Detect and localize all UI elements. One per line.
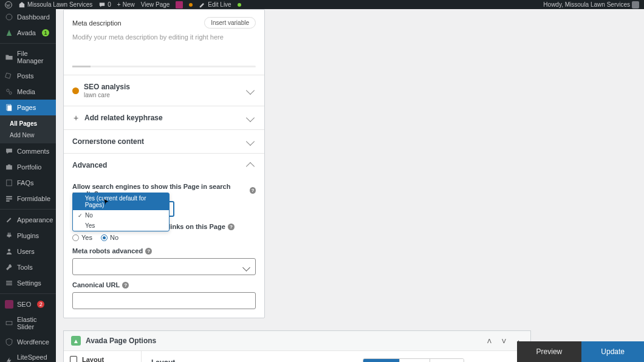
menu-file-manager[interactable]: File Manager — [0, 46, 56, 68]
howdy-link[interactable]: Howdy, Missoula Lawn Services — [543, 1, 639, 9]
menu-label: LiteSpeed Cache — [17, 353, 51, 362]
select-dropdown: Yes (current default for Pages) ✓No Yes — [72, 193, 170, 231]
menu-settings[interactable]: Settings — [0, 275, 56, 291]
radio-label: No — [110, 234, 118, 241]
option-label: Yes — [85, 222, 95, 229]
avada-nav: Layout Header Sliders Page Title Bar — [64, 351, 142, 362]
view-page-link[interactable]: View Page — [141, 1, 170, 8]
preview-button[interactable]: Preview — [517, 341, 582, 362]
site-name-link[interactable]: Missoula Lawn Services — [18, 1, 92, 9]
status-dot-green[interactable] — [238, 3, 241, 7]
svg-rect-1 — [176, 1, 183, 9]
avada-nav-layout[interactable]: Layout — [64, 351, 141, 362]
help-icon[interactable]: ? — [250, 187, 256, 194]
advanced-accordion[interactable]: Advanced — [64, 154, 264, 177]
layout-icon — [70, 356, 77, 362]
advanced-label: Advanced — [72, 161, 107, 169]
meta-description-progress — [72, 66, 256, 67]
seo-analysis-title: SEO analysis — [84, 83, 130, 91]
menu-posts[interactable]: Posts — [0, 68, 56, 84]
menu-label: SEO — [17, 301, 31, 308]
edit-live-link[interactable]: Edit Live — [199, 1, 231, 9]
help-icon[interactable]: ? — [145, 248, 152, 254]
radio-no[interactable]: No — [101, 234, 118, 241]
main-content: Meta description Insert variable SEO ana… — [56, 9, 644, 362]
avada-badge: 1 — [42, 29, 49, 36]
menu-litespeed[interactable]: LiteSpeed Cache — [0, 350, 56, 362]
menu-plugins[interactable]: Plugins — [0, 228, 56, 244]
comment-count: 0 — [108, 1, 111, 8]
submenu-add-new[interactable]: Add New — [0, 129, 56, 141]
menu-appearance[interactable]: Appearance — [0, 212, 56, 228]
chevron-down-icon — [246, 114, 255, 122]
nav-label: Layout — [82, 356, 104, 362]
svg-rect-11 — [6, 198, 12, 199]
svg-rect-14 — [6, 281, 12, 282]
svg-rect-9 — [7, 180, 12, 186]
meta-robots-select[interactable] — [72, 258, 256, 275]
menu-label: Users — [17, 248, 35, 255]
menu-label: Media — [17, 88, 35, 95]
wp-logo[interactable] — [5, 1, 12, 9]
menu-avada[interactable]: Avada1 — [0, 25, 56, 41]
svg-rect-18 — [6, 321, 12, 325]
cornerstone-accordion[interactable]: Cornerstone content — [64, 130, 264, 153]
menu-users[interactable]: Users — [0, 244, 56, 259]
advanced-body: Allow search engines to show this Page i… — [64, 183, 264, 318]
status-dot-orange[interactable] — [189, 3, 193, 7]
option-no[interactable]: ✓No — [73, 210, 169, 220]
menu-comments[interactable]: Comments — [0, 143, 56, 159]
yoast-metabox: Meta description Insert variable SEO ana… — [63, 9, 265, 318]
meta-description-input[interactable] — [72, 32, 256, 61]
site-name-text: Missoula Lawn Services — [27, 1, 92, 8]
menu-formidable[interactable]: Formidable — [0, 191, 56, 207]
svg-rect-6 — [7, 106, 12, 111]
menu-dashboard[interactable]: Dashboard — [0, 9, 56, 25]
menu-faqs[interactable]: FAQs — [0, 175, 56, 191]
avatar-icon — [632, 1, 639, 9]
seo-score-icon — [72, 87, 79, 94]
update-button[interactable]: Update — [581, 341, 644, 362]
menu-portfolio[interactable]: Portfolio — [0, 159, 56, 175]
submenu-all-pages[interactable]: All Pages — [0, 118, 56, 129]
menu-media[interactable]: Media — [0, 84, 56, 100]
canonical-url-input[interactable] — [72, 292, 256, 309]
menu-label: Pages — [17, 104, 36, 111]
help-icon[interactable]: ? — [228, 224, 235, 230]
svg-rect-17 — [5, 300, 13, 309]
menu-label: FAQs — [17, 179, 34, 186]
avada-logo-icon: ▲ — [71, 336, 81, 346]
comments-link[interactable]: 0 — [98, 1, 111, 9]
cornerstone-label: Cornerstone content — [72, 137, 144, 146]
svg-rect-7 — [6, 165, 12, 169]
seg-default[interactable]: Default — [363, 359, 399, 362]
seo-analysis-accordion[interactable]: SEO analysis lawn care — [64, 75, 264, 106]
yoast-indicator[interactable] — [176, 1, 183, 9]
svg-rect-12 — [6, 200, 10, 202]
option-yes[interactable]: Yes — [73, 220, 169, 231]
option-yes-default[interactable]: Yes (current default for Pages) — [73, 193, 169, 210]
menu-tools[interactable]: Tools — [0, 259, 56, 275]
seg-wide[interactable]: Wide — [399, 359, 430, 362]
menu-label: Plugins — [17, 232, 39, 239]
menu-label: Formidable — [17, 195, 50, 202]
admin-bar: Missoula Lawn Services 0 + New View Page… — [0, 0, 644, 9]
menu-label: Avada — [17, 29, 36, 36]
radio-label: Yes — [81, 234, 92, 241]
menu-pages[interactable]: Pages — [0, 100, 56, 115]
insert-variable-button[interactable]: Insert variable — [204, 17, 256, 29]
panel-up-button[interactable]: ᐱ — [484, 336, 494, 346]
layout-segment-group: Default Wide Boxed — [363, 358, 464, 362]
radio-yes[interactable]: Yes — [72, 234, 92, 241]
menu-wordfence[interactable]: Wordfence — [0, 334, 56, 350]
allow-search-select[interactable]: Yes (current default for Pages) ✓No Yes — [72, 201, 174, 217]
add-keyphrase-accordion[interactable]: + Add related keyphrase — [64, 106, 264, 129]
panel-down-button[interactable]: ᐯ — [499, 336, 509, 346]
menu-seo[interactable]: SEO2 — [0, 296, 56, 312]
new-label: New — [123, 1, 135, 8]
menu-elastic-slider[interactable]: Elastic Slider — [0, 312, 56, 334]
new-link[interactable]: + New — [117, 1, 135, 8]
seg-boxed[interactable]: Boxed — [430, 359, 464, 362]
help-icon[interactable]: ? — [122, 282, 129, 289]
bottom-action-bar: Preview Update — [517, 341, 644, 362]
